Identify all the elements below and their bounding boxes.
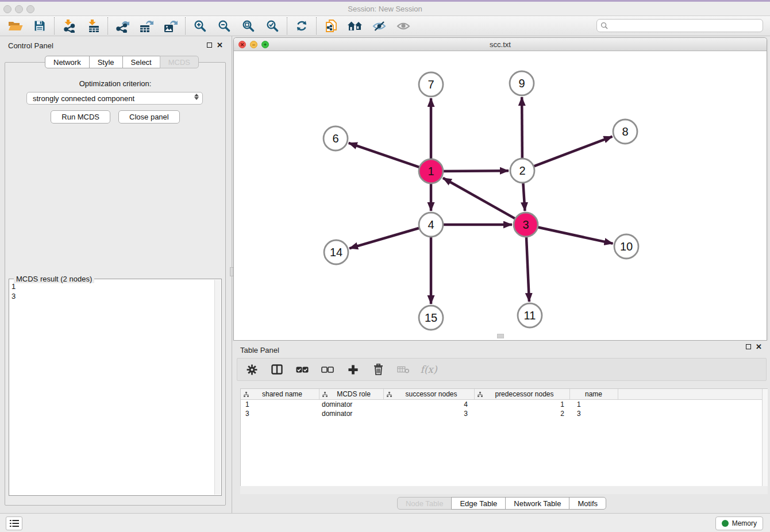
- zoom-in-button[interactable]: [188, 17, 212, 34]
- column-header-shared-name[interactable]: shared name: [241, 389, 319, 399]
- tab-node-table[interactable]: Node Table: [397, 497, 452, 510]
- show-panels-button[interactable]: [6, 516, 22, 530]
- export-image-button[interactable]: [159, 17, 183, 34]
- open-folder-icon: [8, 20, 23, 32]
- table-panel-float-icon[interactable]: [746, 344, 751, 349]
- show-all-button[interactable]: [391, 17, 415, 34]
- graph-edge-1-2[interactable]: [441, 171, 509, 171]
- table-settings-button[interactable]: [245, 363, 258, 376]
- delete-table-icon: [397, 365, 410, 374]
- unselect-all-button[interactable]: [321, 363, 334, 376]
- checked-boxes-icon: [296, 367, 309, 373]
- table-horizontal-scrollbar[interactable]: [240, 486, 768, 494]
- graph-edge-3-11[interactable]: [526, 235, 529, 302]
- clone-network-icon: [325, 19, 338, 33]
- network-window-titlebar[interactable]: ✕ − + scc.txt: [234, 38, 767, 51]
- column-header-successor-nodes[interactable]: successor nodes: [384, 389, 475, 399]
- graph-edge-1-6[interactable]: [349, 143, 421, 168]
- first-neighbors-button[interactable]: [343, 17, 367, 34]
- delete-column-button[interactable]: [372, 363, 384, 376]
- tab-mcds[interactable]: MCDS: [160, 56, 199, 68]
- export-table-button[interactable]: [134, 17, 159, 34]
- refresh-view-button[interactable]: [290, 17, 314, 34]
- zoom-out-icon: [218, 20, 230, 32]
- zoom-selected-icon: [266, 20, 279, 32]
- network-graph[interactable]: 7968124314101511: [234, 51, 767, 340]
- graph-edge-3-1[interactable]: [443, 178, 517, 219]
- graph-node-label-11: 11: [524, 309, 536, 322]
- save-session-button[interactable]: [28, 17, 52, 34]
- cell-predecessor-nodes: 2: [475, 409, 570, 418]
- select-all-button[interactable]: [296, 363, 309, 376]
- search-input[interactable]: [608, 22, 763, 30]
- mcds-result-line: 3: [11, 291, 213, 301]
- graph-node-label-10: 10: [620, 240, 633, 253]
- unchecked-boxes-icon: [321, 367, 334, 373]
- mcds-result-scrollbar[interactable]: [214, 280, 221, 495]
- toolbar-separator: [54, 17, 55, 34]
- cell-successor-nodes: 4: [384, 400, 475, 409]
- attribute-type-icon: [387, 392, 392, 397]
- gear-icon: [247, 364, 257, 375]
- column-header-name[interactable]: name: [570, 389, 618, 399]
- search-field[interactable]: [596, 19, 763, 32]
- cell-predecessor-nodes: 1: [475, 400, 570, 409]
- tab-network[interactable]: Network: [45, 56, 90, 68]
- network-canvas[interactable]: 7968124314101511: [234, 51, 767, 340]
- toggle-column-view-button[interactable]: [271, 363, 283, 376]
- node-table: shared name MCDS role successor nodes pr…: [240, 388, 768, 486]
- plus-icon: [348, 364, 359, 375]
- graph-edge-2-9[interactable]: [522, 97, 522, 160]
- import-network-icon: [62, 20, 76, 33]
- table-panel-close-icon[interactable]: ✕: [756, 344, 762, 349]
- graph-node-label-7: 7: [428, 78, 434, 91]
- tab-edge-table[interactable]: Edge Table: [451, 497, 506, 510]
- graph-edge-2-3[interactable]: [523, 181, 525, 211]
- control-panel-close-icon[interactable]: ✕: [217, 43, 223, 48]
- import-table-button[interactable]: [81, 17, 105, 34]
- add-column-button[interactable]: [346, 363, 359, 376]
- graph-edge-4-14[interactable]: [349, 228, 421, 248]
- export-network-icon: [115, 20, 130, 33]
- import-network-button[interactable]: [57, 17, 81, 34]
- zoom-fit-button[interactable]: [236, 17, 260, 34]
- network-window-title: scc.txt: [234, 40, 767, 49]
- table-row[interactable]: 3 dominator 3 2 3: [241, 409, 768, 418]
- memory-button[interactable]: Memory: [715, 516, 763, 530]
- tab-style[interactable]: Style: [89, 56, 123, 68]
- graph-node-label-15: 15: [425, 311, 437, 324]
- close-panel-button[interactable]: Close panel: [118, 110, 180, 124]
- graph-node-label-9: 9: [518, 77, 525, 90]
- criterion-dropdown-value: strongly connected component: [33, 94, 134, 103]
- criterion-dropdown[interactable]: strongly connected component: [26, 92, 203, 105]
- table-row[interactable]: 1 dominator 4 1 1: [241, 400, 768, 409]
- eye-icon: [396, 21, 410, 31]
- tab-select[interactable]: Select: [122, 56, 160, 68]
- graph-node-label-8: 8: [622, 125, 628, 138]
- network-splitter-grip[interactable]: [497, 334, 504, 338]
- column-header-predecessor-nodes[interactable]: predecessor nodes: [475, 389, 570, 399]
- refresh-icon: [295, 20, 308, 32]
- hide-selected-button[interactable]: [367, 17, 391, 34]
- export-image-icon: [163, 20, 178, 33]
- control-panel-float-icon[interactable]: [207, 43, 212, 48]
- table-toolbar: f(x): [237, 358, 767, 381]
- clone-network-button[interactable]: [319, 17, 343, 34]
- graph-edge-2-8[interactable]: [532, 137, 613, 167]
- column-header-mcds-role[interactable]: MCDS role: [319, 389, 384, 399]
- memory-dot-icon: [722, 520, 729, 527]
- status-bar: Memory: [0, 513, 770, 532]
- cell-shared-name: 3: [241, 409, 319, 418]
- mcds-result-line: 1: [11, 282, 213, 291]
- tab-motifs[interactable]: Motifs: [569, 497, 606, 510]
- export-network-button[interactable]: [110, 17, 134, 34]
- run-mcds-button[interactable]: Run MCDS: [51, 110, 110, 124]
- control-panel-tabs: Network Style Select MCDS: [45, 56, 199, 68]
- open-session-button[interactable]: [3, 17, 28, 34]
- zoom-selected-button[interactable]: [260, 17, 284, 34]
- mcds-result-text[interactable]: 1 3: [11, 282, 213, 493]
- graph-edge-3-10[interactable]: [536, 227, 613, 244]
- tab-network-table[interactable]: Network Table: [505, 497, 569, 510]
- zoom-out-button[interactable]: [212, 17, 236, 34]
- table-vertical-scrollbar[interactable]: [762, 389, 768, 486]
